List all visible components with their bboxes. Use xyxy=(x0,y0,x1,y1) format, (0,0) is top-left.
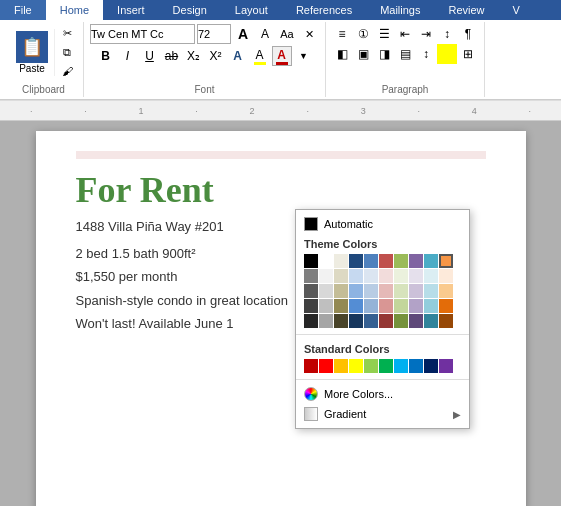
theme-color-cell[interactable] xyxy=(304,299,318,313)
theme-color-cell[interactable] xyxy=(409,299,423,313)
theme-color-cell[interactable] xyxy=(439,314,453,328)
standard-color-cell[interactable] xyxy=(364,359,378,373)
standard-color-cell[interactable] xyxy=(439,359,453,373)
tab-view[interactable]: V xyxy=(499,0,534,20)
theme-color-cell[interactable] xyxy=(349,284,363,298)
theme-color-cell[interactable] xyxy=(319,284,333,298)
theme-color-cell[interactable] xyxy=(379,284,393,298)
tab-review[interactable]: Review xyxy=(435,0,499,20)
bold-button[interactable]: B xyxy=(96,46,116,66)
theme-color-cell[interactable] xyxy=(319,269,333,283)
tab-file[interactable]: File xyxy=(0,0,46,20)
theme-color-cell[interactable] xyxy=(409,254,423,268)
theme-color-cell[interactable] xyxy=(334,284,348,298)
theme-color-cell[interactable] xyxy=(304,284,318,298)
theme-color-cell[interactable] xyxy=(424,254,438,268)
indent-increase-button[interactable]: ⇥ xyxy=(416,24,436,44)
sort-button[interactable]: ↕ xyxy=(437,24,457,44)
align-right-button[interactable]: ◨ xyxy=(374,44,394,64)
theme-color-cell[interactable] xyxy=(379,254,393,268)
theme-color-cell[interactable] xyxy=(364,284,378,298)
standard-color-cell[interactable] xyxy=(409,359,423,373)
more-colors-row[interactable]: More Colors... xyxy=(296,384,469,404)
gradient-row[interactable]: Gradient ▶ xyxy=(296,404,469,424)
shading-button[interactable] xyxy=(437,44,457,64)
paste-button[interactable]: 📋 Paste xyxy=(10,29,55,76)
theme-color-cell[interactable] xyxy=(424,269,438,283)
tab-insert[interactable]: Insert xyxy=(103,0,159,20)
tab-home[interactable]: Home xyxy=(46,0,103,20)
highlight-button[interactable]: A xyxy=(250,46,270,66)
indent-decrease-button[interactable]: ⇤ xyxy=(395,24,415,44)
theme-color-cell[interactable] xyxy=(334,299,348,313)
font-color-dropdown-button[interactable]: ▼ xyxy=(294,46,314,66)
tab-mailings[interactable]: Mailings xyxy=(366,0,434,20)
theme-color-cell[interactable] xyxy=(439,284,453,298)
theme-color-cell[interactable] xyxy=(349,299,363,313)
theme-color-cell[interactable] xyxy=(334,254,348,268)
font-grow-button[interactable]: A xyxy=(233,24,253,44)
numbering-button[interactable]: ① xyxy=(353,24,373,44)
underline-button[interactable]: U xyxy=(140,46,160,66)
theme-color-cell[interactable] xyxy=(349,254,363,268)
standard-color-cell[interactable] xyxy=(379,359,393,373)
theme-color-cell[interactable] xyxy=(394,284,408,298)
standard-color-cell[interactable] xyxy=(424,359,438,373)
theme-color-cell[interactable] xyxy=(304,269,318,283)
theme-color-cell[interactable] xyxy=(379,299,393,313)
tab-design[interactable]: Design xyxy=(159,0,221,20)
standard-color-cell[interactable] xyxy=(334,359,348,373)
theme-color-cell[interactable] xyxy=(349,314,363,328)
standard-color-cell[interactable] xyxy=(394,359,408,373)
theme-color-cell[interactable] xyxy=(394,269,408,283)
cut-button[interactable]: ✂ xyxy=(57,24,77,42)
theme-color-cell[interactable] xyxy=(379,314,393,328)
tab-references[interactable]: References xyxy=(282,0,366,20)
format-painter-button[interactable]: 🖌 xyxy=(57,62,77,80)
theme-color-cell[interactable] xyxy=(319,314,333,328)
multilevel-button[interactable]: ☰ xyxy=(374,24,394,44)
automatic-color-row[interactable]: Automatic xyxy=(296,214,469,234)
theme-color-cell[interactable] xyxy=(394,299,408,313)
theme-color-cell[interactable] xyxy=(334,269,348,283)
font-family-input[interactable] xyxy=(90,24,195,44)
align-center-button[interactable]: ▣ xyxy=(353,44,373,64)
theme-color-cell[interactable] xyxy=(409,314,423,328)
italic-button[interactable]: I xyxy=(118,46,138,66)
theme-color-cell[interactable] xyxy=(409,284,423,298)
subscript-button[interactable]: X₂ xyxy=(184,46,204,66)
theme-color-cell[interactable] xyxy=(364,269,378,283)
theme-color-cell[interactable] xyxy=(334,314,348,328)
text-effects-button[interactable]: A xyxy=(228,46,248,66)
theme-color-cell[interactable] xyxy=(304,314,318,328)
theme-color-cell[interactable] xyxy=(409,269,423,283)
theme-color-cell[interactable] xyxy=(319,299,333,313)
theme-color-cell[interactable] xyxy=(394,254,408,268)
change-case-button[interactable]: Aa xyxy=(277,24,297,44)
theme-color-cell[interactable] xyxy=(364,254,378,268)
align-left-button[interactable]: ◧ xyxy=(332,44,352,64)
standard-color-cell[interactable] xyxy=(349,359,363,373)
justify-button[interactable]: ▤ xyxy=(395,44,415,64)
theme-color-cell[interactable] xyxy=(304,254,318,268)
standard-color-cell[interactable] xyxy=(304,359,318,373)
superscript-button[interactable]: X² xyxy=(206,46,226,66)
clear-formatting-button[interactable]: ✕ xyxy=(299,24,319,44)
theme-color-cell[interactable] xyxy=(439,269,453,283)
font-size-input[interactable] xyxy=(197,24,231,44)
theme-color-cell[interactable] xyxy=(364,299,378,313)
bullets-button[interactable]: ≡ xyxy=(332,24,352,44)
copy-button[interactable]: ⧉ xyxy=(57,43,77,61)
line-spacing-button[interactable]: ↕ xyxy=(416,44,436,64)
theme-color-cell[interactable] xyxy=(379,269,393,283)
theme-color-cell[interactable] xyxy=(439,299,453,313)
font-shrink-button[interactable]: A xyxy=(255,24,275,44)
theme-color-cell[interactable] xyxy=(349,269,363,283)
strikethrough-button[interactable]: ab xyxy=(162,46,182,66)
borders-button[interactable]: ⊞ xyxy=(458,44,478,64)
theme-color-cell[interactable] xyxy=(424,284,438,298)
theme-color-cell[interactable] xyxy=(319,254,333,268)
theme-color-cell[interactable] xyxy=(394,314,408,328)
theme-color-cell[interactable] xyxy=(424,299,438,313)
standard-color-cell[interactable] xyxy=(319,359,333,373)
